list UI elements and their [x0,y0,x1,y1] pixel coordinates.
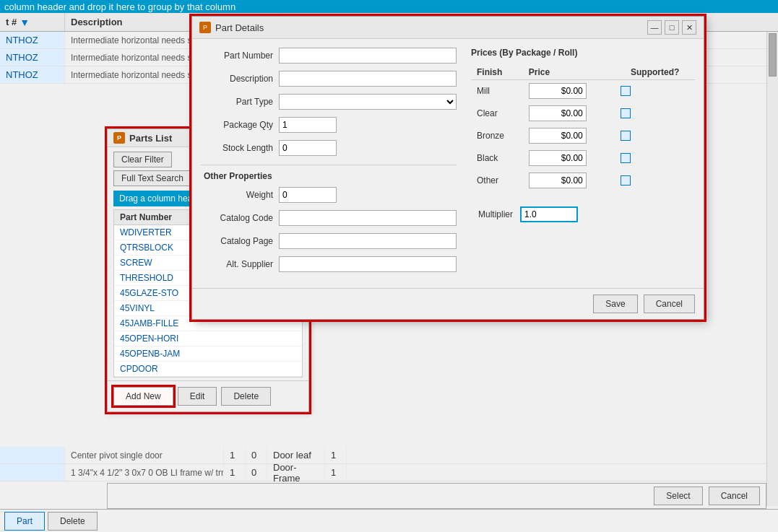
description-label: Description [201,74,273,84]
finish-black: Black [471,147,523,170]
price-mill-cell [523,80,615,103]
part-button[interactable]: Part [4,512,45,531]
finish-clear: Clear [471,103,523,125]
price-row-mill: Mill [471,80,695,103]
scrollbar[interactable] [766,32,778,506]
price-bronze-input[interactable] [529,128,587,144]
bottom-delete-button[interactable]: Delete [48,512,98,531]
dialog-title-icon: P [199,22,211,33]
weight-input[interactable] [279,187,337,203]
group-header-bar: column header and drop it here to group … [0,0,778,13]
main-cancel-button[interactable]: Cancel [709,487,760,505]
price-bronze-cell [523,125,615,147]
list-item[interactable]: 45OPENB-JAM [114,346,302,362]
price-mill-input[interactable] [529,83,587,99]
dialog-title-bar: P Part Details — □ ✕ [192,17,704,39]
finish-col-header: Finish [471,65,523,80]
supported-bronze-checkbox[interactable] [621,131,631,141]
part-number-row: Part Number [201,48,457,64]
full-text-search-button[interactable]: Full Text Search [113,170,191,186]
part-type-row: Part Type [201,94,457,110]
save-button[interactable]: Save [593,295,637,313]
stock-length-row: Stock Length [201,140,457,156]
supported-col-header: Supported? [615,65,695,80]
catalog-page-label: Catalog Page [201,236,273,246]
add-new-button[interactable]: Add New [113,387,173,406]
catalog-code-input[interactable] [279,210,457,226]
window-controls: — □ ✕ [647,20,696,35]
part-details-dialog: P Part Details — □ ✕ Part Number Descrip… [191,16,704,320]
col-header-part: t # ▼ [0,13,65,31]
filter-icon[interactable]: ▼ [20,17,30,28]
multiplier-label: Multiplier [478,209,513,219]
catalog-page-input[interactable] [279,233,457,249]
clear-filter-button[interactable]: Clear Filter [113,152,172,167]
alt-supplier-row: Alt. Supplier [201,256,457,272]
supported-mill-checkbox[interactable] [621,86,631,96]
other-properties-header: Other Properties [201,171,457,181]
delete-button[interactable]: Delete [221,387,271,406]
dialog-title-text: Part Details [215,22,264,33]
price-black-input[interactable] [529,150,587,166]
table-row: 1 3/4"x 4 1/2" 3 0x7 0 OB LI frame w/ tr… [0,464,778,481]
dialog-title-left: P Part Details [199,22,264,33]
minimize-button[interactable]: — [647,20,662,35]
maximize-button[interactable]: □ [665,20,679,35]
group-header-text: column header and drop it here to group … [4,1,235,12]
list-item[interactable]: 45OPEN-HORI [114,331,302,346]
finish-other: Other [471,170,523,192]
price-other-input[interactable] [529,173,587,188]
table-row: Center pivot single door 1 0 Door leaf 1 [0,447,778,464]
bottom-bar: Part Delete [0,509,778,532]
prices-table: Finish Price Supported? Mill Clear [471,65,695,192]
dialog-right-prices: Prices (By Package / Roll) Finish Price … [471,48,695,279]
price-row-black: Black [471,147,695,170]
select-button[interactable]: Select [654,487,702,505]
package-qty-input[interactable] [279,117,337,133]
supported-black-checkbox[interactable] [621,153,631,163]
list-item[interactable]: CPDOOR [114,362,302,377]
part-number-label: Part Number [201,51,273,61]
price-row-clear: Clear [471,103,695,125]
price-clear-input[interactable] [529,105,587,121]
catalog-page-row: Catalog Page [201,233,457,249]
cancel-button[interactable]: Cancel [644,295,695,313]
finish-mill: Mill [471,80,523,103]
prices-section-header: Prices (By Package / Roll) [471,48,695,58]
description-input[interactable] [279,71,457,87]
price-black-cell [523,147,615,170]
dialog-footer: Save Cancel [192,288,704,319]
bottom-rows: Center pivot single door 1 0 Door leaf 1… [0,447,778,481]
other-properties-section: Other Properties Weight Catalog Code Cat… [201,165,457,272]
multiplier-row: Multiplier [471,206,695,222]
part-type-select[interactable] [279,94,457,110]
alt-supplier-input[interactable] [279,256,457,272]
edit-button[interactable]: Edit [178,387,217,406]
catalog-code-label: Catalog Code [201,213,273,223]
price-other-cell [523,170,615,192]
part-number-input[interactable] [279,48,457,64]
weight-label: Weight [201,190,273,200]
price-row-bronze: Bronze [471,125,695,147]
dialog-content: Part Number Description Part Type Packag… [192,39,704,288]
package-qty-row: Package Qty [201,117,457,133]
close-button[interactable]: ✕ [682,20,696,35]
package-qty-label: Package Qty [201,120,273,130]
stock-length-label: Stock Length [201,143,273,153]
multiplier-input[interactable] [520,206,578,222]
scroll-thumb[interactable] [769,33,777,77]
alt-supplier-label: Alt. Supplier [201,259,273,269]
price-col-header: Price [523,65,615,80]
finish-bronze: Bronze [471,125,523,147]
weight-row: Weight [201,187,457,203]
description-row: Description [201,71,457,87]
price-row-other: Other [471,170,695,192]
stock-length-input[interactable] [279,140,337,156]
parts-panel-footer: Add New Edit Delete [108,380,308,411]
parts-list-icon: P [113,132,125,144]
part-type-label: Part Type [201,97,273,107]
main-footer-bar: Select Cancel [107,483,766,509]
supported-clear-checkbox[interactable] [621,108,631,118]
supported-other-checkbox[interactable] [621,175,631,186]
dialog-left-form: Part Number Description Part Type Packag… [201,48,457,279]
